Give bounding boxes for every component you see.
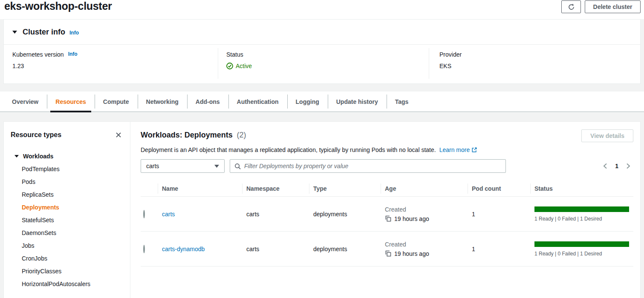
tab-add-ons[interactable]: Add-ons	[187, 92, 228, 112]
divider	[429, 48, 429, 79]
pod-count-cell: 1	[468, 211, 530, 218]
tab-logging[interactable]: Logging	[287, 92, 328, 112]
resources-panel: Resource types Workloads PodTemplates Po…	[3, 121, 641, 298]
status-bar	[534, 206, 629, 212]
row-radio-button[interactable]	[143, 210, 145, 218]
delete-cluster-button[interactable]: Delete cluster	[585, 0, 641, 13]
cluster-info-title: Cluster info	[23, 28, 65, 37]
status-bar	[534, 241, 629, 247]
resource-types-sidebar: Resource types Workloads PodTemplates Po…	[4, 122, 130, 298]
sidebar-item-statefulsets[interactable]: StatefulSets	[11, 214, 123, 226]
status-field: Status Active	[226, 51, 252, 69]
learn-more-label: Learn more	[439, 146, 470, 153]
deployment-name-link[interactable]: carts	[162, 211, 175, 218]
row-radio-button[interactable]	[143, 245, 145, 253]
tab-networking[interactable]: Networking	[138, 92, 187, 112]
deployments-table: Name Namespace Type Age Pod count Status…	[141, 181, 633, 266]
deployment-name-link[interactable]: carts-dynamodb	[162, 246, 205, 252]
tab-authentication[interactable]: Authentication	[228, 92, 287, 112]
view-details-button[interactable]: View details	[581, 129, 633, 142]
deployments-main: Workloads: Deployments (2) View details …	[130, 122, 640, 298]
kubernetes-version-info-link[interactable]: Info	[68, 51, 78, 57]
caret-down-icon	[214, 165, 219, 168]
sidebar-item-jobs[interactable]: Jobs	[11, 239, 123, 252]
sidebar-item-priorityclasses[interactable]: PriorityClasses	[11, 265, 123, 278]
check-circle-icon	[226, 63, 233, 69]
type-cell: deployments	[309, 246, 381, 252]
cluster-info-header[interactable]: Cluster info Info	[4, 20, 640, 45]
status-label: Status	[226, 51, 252, 58]
tab-tags[interactable]: Tags	[387, 92, 417, 112]
sidebar-item-podtemplates[interactable]: PodTemplates	[11, 163, 123, 175]
column-header-type[interactable]: Type	[309, 185, 381, 192]
table-header-row: Name Namespace Type Age Pod count Status	[141, 181, 633, 197]
sidebar-item-cronjobs[interactable]: CronJobs	[11, 252, 123, 265]
caret-down-icon	[14, 155, 19, 158]
close-icon[interactable]	[114, 130, 123, 140]
pagination: 1	[603, 163, 633, 169]
cluster-info-body: Kubernetes version Info 1.23 Status Acti…	[4, 45, 640, 83]
cluster-info-info-link[interactable]: Info	[69, 30, 79, 36]
table-row: carts-dynamodb carts deployments Created…	[141, 232, 633, 266]
chevron-right-icon[interactable]	[626, 163, 631, 169]
column-header-status[interactable]: Status	[530, 185, 633, 192]
page-header: eks-workshop-cluster Delete cluster	[0, 0, 644, 19]
age-value: 19 hours ago	[394, 250, 429, 257]
search-input[interactable]	[244, 163, 501, 169]
chevron-left-icon[interactable]	[603, 163, 607, 169]
learn-more-link[interactable]: Learn more	[439, 146, 478, 153]
refresh-icon	[568, 3, 575, 11]
tab-overview[interactable]: Overview	[3, 92, 47, 112]
age-created-label: Created	[385, 206, 468, 213]
tab-compute[interactable]: Compute	[95, 92, 138, 112]
column-header-age[interactable]: Age	[381, 185, 468, 192]
namespace-filter-select[interactable]: carts	[141, 159, 225, 173]
column-header-name[interactable]: Name	[158, 185, 242, 192]
sidebar-item-replicasets[interactable]: ReplicaSets	[11, 188, 123, 201]
status-text: 1 Ready | 0 Failed | 1 Desired	[534, 251, 629, 257]
namespace-filter-value: carts	[146, 163, 159, 169]
provider-label: Provider	[439, 51, 462, 58]
table-row: carts carts deployments Created 19 hours…	[141, 197, 633, 232]
status-text: 1 Ready | 0 Failed | 1 Desired	[534, 216, 629, 222]
tab-resources[interactable]: Resources	[47, 92, 95, 112]
status-cell: 1 Ready | 0 Failed | 1 Desired	[530, 206, 633, 222]
namespace-cell: carts	[242, 246, 309, 252]
kubernetes-version-value: 1.23	[12, 63, 78, 69]
age-created-label: Created	[385, 241, 468, 248]
provider-value: EKS	[439, 63, 462, 69]
copy-icon[interactable]	[385, 250, 391, 257]
sidebar-item-daemonsets[interactable]: DaemonSets	[11, 226, 123, 239]
resource-types-tree: Workloads PodTemplates Pods ReplicaSets …	[11, 150, 123, 290]
sidebar-title: Resource types	[11, 131, 61, 139]
cluster-info-card: Cluster info Info Kubernetes version Inf…	[3, 19, 641, 84]
tab-update-history[interactable]: Update history	[328, 92, 387, 112]
deployments-title: Workloads: Deployments	[141, 131, 233, 139]
cluster-tabs: Overview Resources Compute Networking Ad…	[0, 92, 644, 112]
pod-count-cell: 1	[468, 246, 530, 252]
kubernetes-version-field: Kubernetes version Info 1.23	[12, 51, 78, 69]
divider	[218, 48, 218, 79]
age-cell: Created 19 hours ago	[381, 241, 468, 257]
age-value: 19 hours ago	[394, 215, 429, 222]
refresh-button[interactable]	[561, 0, 581, 13]
tree-group-label: Workloads	[23, 153, 53, 160]
collapse-caret-icon	[12, 31, 17, 34]
search-box	[230, 159, 506, 173]
sidebar-item-horizontalpodautoscalers[interactable]: HorizontalPodAutoscalers	[11, 278, 123, 290]
namespace-cell: carts	[242, 211, 309, 218]
tree-group-workloads[interactable]: Workloads	[11, 150, 123, 163]
copy-icon[interactable]	[385, 215, 391, 222]
column-header-namespace[interactable]: Namespace	[242, 185, 309, 192]
page-title: eks-workshop-cluster	[4, 0, 112, 12]
column-header-pod-count[interactable]: Pod count	[468, 185, 530, 192]
status-cell: 1 Ready | 0 Failed | 1 Desired	[530, 241, 633, 257]
search-icon	[234, 163, 241, 169]
pagination-page[interactable]: 1	[615, 163, 618, 169]
sidebar-item-deployments[interactable]: Deployments	[11, 201, 123, 214]
provider-field: Provider EKS	[439, 51, 462, 69]
deployments-count: (2)	[237, 131, 246, 139]
kubernetes-version-label: Kubernetes version	[12, 51, 64, 58]
sidebar-item-pods[interactable]: Pods	[11, 175, 123, 188]
deployments-description: Deployment is an API object that manages…	[141, 146, 436, 153]
